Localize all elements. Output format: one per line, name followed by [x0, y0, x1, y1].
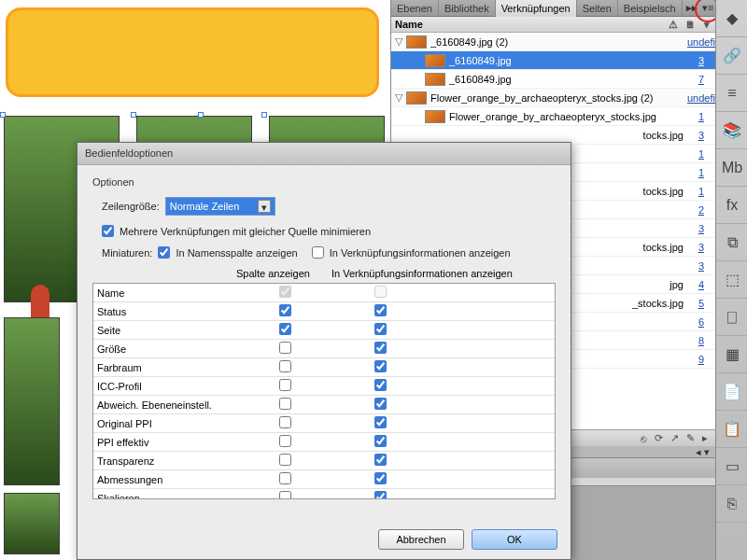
show-info-checkbox[interactable] [374, 491, 387, 499]
sort-icon[interactable]: ▾ [698, 19, 715, 31]
more-icon[interactable]: ▸ [702, 432, 708, 444]
tool-strip: ◆ 🔗 ≡ 📚 Mb fx ⧉ ⬚ ⎕ ▦ 📄 📋 ▭ ⎘ [715, 0, 747, 560]
link-row[interactable]: _6160849.jpg3 [391, 51, 715, 70]
show-column-checkbox[interactable] [279, 304, 291, 316]
tab-layers[interactable]: Ebenen [391, 0, 439, 17]
panel-menu-icon[interactable]: ▾≡ [701, 2, 716, 14]
option-row: Name [93, 284, 555, 302]
thumb-name-label: In Namensspalte anzeigen [176, 247, 297, 259]
relink-icon[interactable]: ⎋ [641, 433, 647, 444]
page-icon[interactable]: 🗎 [682, 19, 698, 30]
option-row: ICC-Profil [93, 377, 555, 396]
show-info-checkbox[interactable] [374, 360, 387, 372]
link-row[interactable]: Flower_orange_by_archaeopteryx_stocks.jp… [391, 107, 715, 126]
warning-icon[interactable]: ⚠ [665, 19, 682, 31]
show-column-checkbox[interactable] [279, 491, 291, 499]
option-row: Abweich. Ebeneneinstell. [93, 396, 555, 414]
tool-icon[interactable]: ⎕ [716, 299, 747, 336]
panel-options-dialog: Bedienfeldoptionen Optionen Zeilengröße:… [77, 142, 571, 560]
dialog-title: Bedienfeldoptionen [78, 143, 571, 165]
tab-links[interactable]: Verknüpfungen [496, 0, 577, 17]
option-row: PPI effektiv [93, 433, 555, 452]
tool-icon[interactable]: ⎘ [716, 485, 747, 523]
tool-icon[interactable]: fx [716, 187, 747, 224]
update-icon[interactable]: ⟳ [655, 432, 663, 444]
tool-icon[interactable]: ⧉ [716, 224, 747, 261]
show-info-checkbox[interactable] [374, 304, 387, 316]
option-row: Abmessungen [93, 470, 555, 489]
row-size-combo[interactable]: Normale Zeilen▾ [165, 197, 275, 216]
show-column-checkbox[interactable] [279, 472, 291, 484]
show-column-checkbox[interactable] [279, 379, 291, 391]
tool-icon[interactable]: ≡ [716, 75, 747, 112]
show-column-checkbox[interactable] [279, 454, 291, 466]
options-table[interactable]: NameStatusSeiteGrößeFarbraumICC-ProfilAb… [92, 283, 556, 499]
show-column-checkbox[interactable] [279, 323, 291, 335]
tool-icon[interactable]: ▭ [716, 448, 747, 485]
show-column-checkbox[interactable] [279, 342, 291, 354]
minimize-checkbox[interactable] [102, 225, 114, 237]
options-section-label: Optionen [92, 176, 556, 188]
show-info-checkbox[interactable] [374, 416, 387, 428]
tab-library[interactable]: Bibliothek [439, 0, 496, 17]
column-show-header: Spalte anzeigen [236, 268, 331, 279]
show-column-checkbox[interactable] [279, 360, 291, 372]
link-row[interactable]: ▽Flower_orange_by_archaeopteryx_stocks.j… [391, 89, 715, 107]
tool-icon[interactable]: Mb [716, 149, 747, 187]
option-row: Skalieren [93, 489, 555, 499]
option-row: Transparenz [93, 452, 555, 470]
tab-pages[interactable]: Seiten [577, 0, 618, 17]
tool-icon[interactable]: ⬚ [716, 261, 747, 299]
image-frame[interactable] [4, 493, 60, 554]
tabs-overflow-icon[interactable]: ▸▸ [683, 2, 701, 14]
tool-icon[interactable]: 📋 [716, 411, 747, 448]
show-column-checkbox[interactable] [279, 435, 291, 447]
image-frame[interactable] [4, 317, 60, 485]
link-row[interactable]: ▽_6160849.jpg (2)undefined [391, 33, 715, 51]
goto-icon[interactable]: ↗ [670, 432, 679, 444]
thumb-name-checkbox[interactable] [158, 246, 170, 259]
links-header: Name ⚠ 🗎 ▾ [391, 17, 715, 33]
thumb-info-checkbox[interactable] [312, 246, 324, 259]
option-row: Farbraum [93, 358, 555, 377]
edit-icon[interactable]: ✎ [686, 432, 695, 444]
show-info-checkbox[interactable] [374, 342, 387, 354]
tool-icon[interactable]: 🔗 [716, 37, 747, 75]
thumb-info-label: In Verknüpfungsinformationen anzeigen [330, 247, 511, 259]
show-column-checkbox[interactable] [279, 398, 291, 410]
show-info-checkbox[interactable] [374, 472, 387, 484]
chevron-down-icon: ▾ [258, 200, 271, 213]
link-row[interactable]: _6160849.jpg7 [391, 70, 715, 89]
option-row: Seite [93, 321, 555, 340]
tab-sample[interactable]: Beispielsch [618, 0, 683, 17]
show-info-checkbox[interactable] [374, 398, 387, 410]
show-column-checkbox[interactable] [279, 286, 291, 298]
row-size-label: Zeilengröße: [102, 201, 160, 212]
show-column-checkbox[interactable] [279, 416, 291, 428]
option-row: Original PPI [93, 414, 555, 433]
tool-icon[interactable]: ◆ [716, 0, 747, 37]
cancel-button[interactable]: Abbrechen [378, 529, 464, 550]
option-row: Größe [93, 340, 555, 358]
column-info-header: In Verknüpfungsinformationen anzeigen [331, 268, 556, 279]
panel-tabs: Ebenen Bibliothek Verknüpfungen Seiten B… [391, 0, 715, 17]
tool-icon[interactable]: 📄 [716, 373, 747, 411]
show-info-checkbox[interactable] [374, 454, 387, 466]
column-name[interactable]: Name [395, 19, 665, 30]
thumbs-label: Miniaturen: [102, 247, 152, 259]
tool-icon[interactable]: ▦ [716, 336, 747, 373]
show-info-checkbox[interactable] [374, 286, 387, 298]
show-info-checkbox[interactable] [374, 435, 387, 447]
minimize-label: Mehrere Verknüpfungen mit gleicher Quell… [120, 226, 371, 237]
orange-frame[interactable] [6, 7, 379, 97]
option-row: Status [93, 302, 555, 321]
ok-button[interactable]: OK [472, 529, 557, 550]
show-info-checkbox[interactable] [374, 379, 387, 391]
show-info-checkbox[interactable] [374, 323, 387, 335]
tool-icon[interactable]: 📚 [716, 112, 747, 149]
